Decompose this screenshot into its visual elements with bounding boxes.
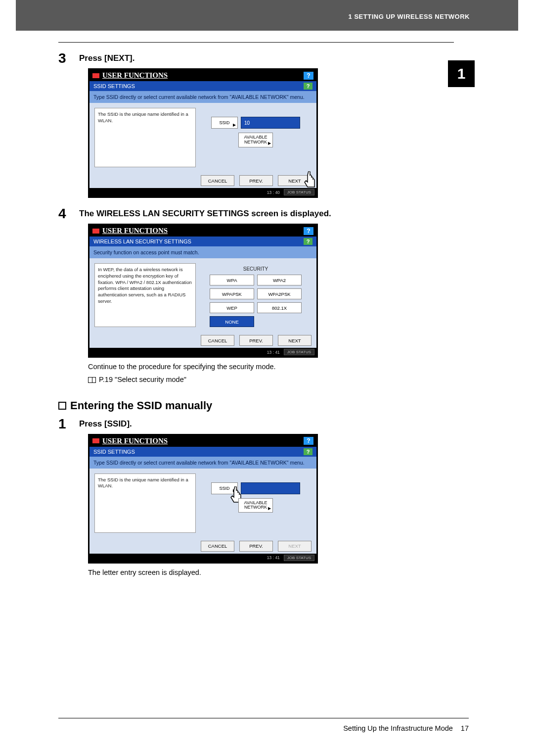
wep-button[interactable]: WEP <box>210 302 254 313</box>
help-icon[interactable]: ? <box>304 238 312 245</box>
page-reference-link[interactable]: P.19 "Select security mode" <box>99 375 186 385</box>
screen-title: USER FUNCTIONS <box>102 227 304 235</box>
job-status-button[interactable]: JOB STATUS <box>284 555 314 561</box>
none-button[interactable]: NONE <box>210 316 254 327</box>
screen-instruction: Security function on access point must m… <box>89 246 316 258</box>
step-3-number: 3 <box>58 51 73 65</box>
prev-button[interactable]: PREV. <box>239 541 273 552</box>
screen-subtitle: WIRELESS LAN SECURITY SETTINGS <box>93 238 191 244</box>
available-network-button[interactable]: AVAILABLE NETWORK▶ <box>238 498 273 513</box>
next-button[interactable]: NEXT <box>278 175 312 186</box>
logo-icon <box>92 229 99 234</box>
step-1-title: Press [SSID]. <box>79 417 132 431</box>
step-3-title: Press [NEXT]. <box>79 51 134 65</box>
screen-title: USER FUNCTIONS <box>102 71 304 80</box>
help-icon[interactable]: ? <box>304 72 313 80</box>
screen-subtitle: SSID SETTINGS <box>93 83 135 89</box>
step-4-number: 4 <box>58 207 73 221</box>
header-banner-text: 1 SETTING UP WIRELESS NETWORK <box>349 13 470 20</box>
footer-page-number: 17 <box>461 724 469 732</box>
screen-time: 13 : 41 <box>267 555 280 560</box>
job-status-button[interactable]: JOB STATUS <box>284 349 314 355</box>
cancel-button[interactable]: CANCEL <box>201 175 234 186</box>
section-heading: Entering the SSID manually <box>58 399 454 412</box>
8021x-button[interactable]: 802.1X <box>257 302 302 313</box>
screen-instruction: Type SSID directly or select current ava… <box>89 91 316 103</box>
ssid-value-field: 10 <box>241 117 300 129</box>
logo-icon <box>92 438 99 443</box>
screen-instruction: Type SSID directly or select current ava… <box>89 457 316 469</box>
logo-icon <box>92 73 99 78</box>
screenshot-step3: USER FUNCTIONS ? SSID SETTINGS ? Type SS… <box>88 68 318 198</box>
available-network-button[interactable]: AVAILABLE NETWORK▶ <box>238 133 273 147</box>
screen-subtitle: SSID SETTINGS <box>93 449 135 455</box>
help-icon[interactable]: ? <box>304 448 312 455</box>
left-info-panel: The SSID is the unique name identified i… <box>94 108 196 167</box>
next-button-disabled: NEXT <box>278 541 312 552</box>
security-label: SECURITY <box>243 266 268 272</box>
screenshot-step4: USER FUNCTIONS ? WIRELESS LAN SECURITY S… <box>88 224 318 358</box>
screen-time: 13 : 40 <box>267 190 280 195</box>
footer-section-title: Setting Up the Infrastructure Mode <box>343 724 453 732</box>
screenshot-section2-step1: USER FUNCTIONS ? SSID SETTINGS ? Type SS… <box>88 434 318 564</box>
wpa2-button[interactable]: WPA2 <box>257 275 302 285</box>
step4-after-text: Continue to the procedure for specifying… <box>88 362 454 373</box>
wpa-button[interactable]: WPA <box>210 275 254 285</box>
job-status-button[interactable]: JOB STATUS <box>284 189 314 195</box>
square-bullet-icon <box>58 402 66 410</box>
prev-button[interactable]: PREV. <box>239 335 273 346</box>
screen-time: 13 : 41 <box>267 350 280 355</box>
wpapsk-button[interactable]: WPAPSK <box>210 288 254 299</box>
prev-button[interactable]: PREV. <box>239 175 273 186</box>
step-1-number: 1 <box>58 417 73 431</box>
step1-after-text: The letter entry screen is displayed. <box>88 567 454 578</box>
left-info-panel: In WEP, the data of a wireless network i… <box>94 263 196 327</box>
ssid-value-field <box>241 482 300 494</box>
wpa2psk-button[interactable]: WPA2PSK <box>257 288 302 299</box>
ssid-button[interactable]: SSID▶ <box>211 117 238 129</box>
cancel-button[interactable]: CANCEL <box>201 335 234 346</box>
help-icon[interactable]: ? <box>304 437 313 445</box>
screen-title: USER FUNCTIONS <box>102 437 304 445</box>
book-icon <box>88 377 96 383</box>
ssid-button[interactable]: SSID▶ <box>211 482 238 494</box>
help-icon[interactable]: ? <box>304 227 313 235</box>
help-icon[interactable]: ? <box>304 83 312 90</box>
next-button[interactable]: NEXT <box>278 335 312 346</box>
cancel-button[interactable]: CANCEL <box>201 541 234 552</box>
step-4-title: The WIRELESS LAN SECURITY SETTINGS scree… <box>79 207 331 221</box>
left-info-panel: The SSID is the unique name identified i… <box>94 473 196 533</box>
